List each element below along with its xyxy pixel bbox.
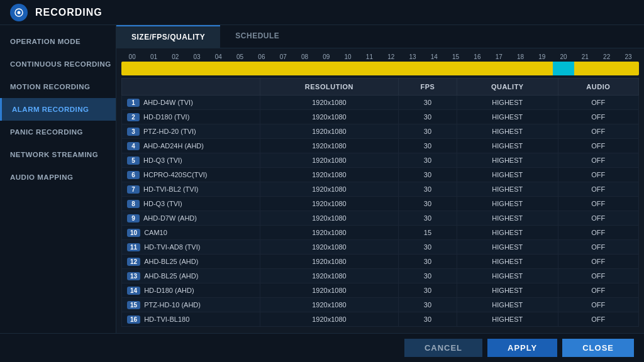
fps-cell[interactable]: 30 xyxy=(398,124,457,139)
quality-cell[interactable]: HIGHEST xyxy=(457,182,558,197)
audio-cell[interactable]: OFF xyxy=(558,255,638,269)
quality-cell[interactable]: HIGHEST xyxy=(457,312,558,327)
schedule-cell-20[interactable] xyxy=(553,62,574,75)
audio-cell[interactable]: OFF xyxy=(558,240,638,255)
table-row[interactable]: 16HD-TVI-BL1801920x108030HIGHESTOFF xyxy=(122,312,639,327)
quality-cell[interactable]: HIGHEST xyxy=(457,226,558,240)
audio-cell[interactable]: OFF xyxy=(558,197,638,211)
table-row[interactable]: 3PTZ-HD-20 (TVI)1920x108030HIGHESTOFF xyxy=(122,124,639,139)
resolution-cell[interactable]: 1920x1080 xyxy=(260,269,399,283)
fps-cell[interactable]: 30 xyxy=(398,298,457,312)
audio-cell[interactable]: OFF xyxy=(558,168,638,182)
fps-cell[interactable]: 30 xyxy=(398,139,457,153)
quality-cell[interactable]: HIGHEST xyxy=(457,298,558,312)
quality-cell[interactable]: HIGHEST xyxy=(457,168,558,182)
quality-cell[interactable]: HIGHEST xyxy=(457,110,558,124)
close-button[interactable]: CLOSE xyxy=(562,339,634,357)
audio-cell[interactable]: OFF xyxy=(558,110,638,124)
quality-cell[interactable]: HIGHEST xyxy=(457,240,558,255)
schedule-cell-23[interactable] xyxy=(618,62,639,75)
fps-cell[interactable]: 30 xyxy=(398,96,457,110)
sidebar-item-network-streaming[interactable]: NETWORK STREAMING xyxy=(0,143,116,166)
resolution-cell[interactable]: 1920x1080 xyxy=(260,197,399,211)
quality-cell[interactable]: HIGHEST xyxy=(457,211,558,226)
fps-cell[interactable]: 30 xyxy=(398,110,457,124)
sidebar-item-audio-mapping[interactable]: AUDIO MAPPING xyxy=(0,166,116,189)
schedule-bar[interactable] xyxy=(121,62,639,75)
schedule-cell-21[interactable] xyxy=(574,62,596,75)
schedule-cell-8[interactable] xyxy=(294,62,315,75)
resolution-cell[interactable]: 1920x1080 xyxy=(260,312,399,327)
sidebar-item-alarm-recording[interactable]: ALARM RECORDING xyxy=(0,98,116,121)
table-row[interactable]: 13AHD-BL25 (AHD)1920x108030HIGHESTOFF xyxy=(122,269,639,283)
resolution-cell[interactable]: 1920x1080 xyxy=(260,124,399,139)
schedule-cell-5[interactable] xyxy=(229,62,250,75)
audio-cell[interactable]: OFF xyxy=(558,211,638,226)
schedule-cell-18[interactable] xyxy=(509,62,531,75)
quality-cell[interactable]: HIGHEST xyxy=(457,124,558,139)
quality-cell[interactable]: HIGHEST xyxy=(457,269,558,283)
table-row[interactable]: 6HCPRO-420SC(TVI)1920x108030HIGHESTOFF xyxy=(122,168,639,182)
schedule-cell-9[interactable] xyxy=(316,62,337,75)
audio-cell[interactable]: OFF xyxy=(558,226,638,240)
schedule-cell-13[interactable] xyxy=(402,62,423,75)
schedule-cell-11[interactable] xyxy=(358,62,380,75)
audio-cell[interactable]: OFF xyxy=(558,153,638,168)
fps-cell[interactable]: 30 xyxy=(398,240,457,255)
audio-cell[interactable]: OFF xyxy=(558,139,638,153)
table-row[interactable]: 7HD-TVI-BL2 (TVI)1920x108030HIGHESTOFF xyxy=(122,182,639,197)
schedule-cell-7[interactable] xyxy=(272,62,294,75)
resolution-cell[interactable]: 1920x1080 xyxy=(260,211,399,226)
fps-cell[interactable]: 30 xyxy=(398,283,457,298)
resolution-cell[interactable]: 1920x1080 xyxy=(260,168,399,182)
quality-cell[interactable]: HIGHEST xyxy=(457,255,558,269)
schedule-cell-19[interactable] xyxy=(531,62,553,75)
schedule-cell-14[interactable] xyxy=(423,62,445,75)
quality-cell[interactable]: HIGHEST xyxy=(457,283,558,298)
fps-cell[interactable]: 30 xyxy=(398,153,457,168)
table-row[interactable]: 2HD-D180 (TVI)1920x108030HIGHESTOFF xyxy=(122,110,639,124)
fps-cell[interactable]: 30 xyxy=(398,312,457,327)
table-row[interactable]: 9AHD-D7W (AHD)1920x108030HIGHESTOFF xyxy=(122,211,639,226)
cancel-button[interactable]: CANCEL xyxy=(404,339,482,357)
schedule-cell-17[interactable] xyxy=(488,62,509,75)
table-row[interactable]: 4AHD-AD24H (AHD)1920x108030HIGHESTOFF xyxy=(122,139,639,153)
table-row[interactable]: 14HD-D180 (AHD)1920x108030HIGHESTOFF xyxy=(122,283,639,298)
sidebar-item-continuous-recording[interactable]: CONTINUOUS RECORDING xyxy=(0,53,116,75)
schedule-cell-12[interactable] xyxy=(380,62,402,75)
schedule-cell-3[interactable] xyxy=(186,62,208,75)
resolution-cell[interactable]: 1920x1080 xyxy=(260,298,399,312)
audio-cell[interactable]: OFF xyxy=(558,283,638,298)
audio-cell[interactable]: OFF xyxy=(558,182,638,197)
resolution-cell[interactable]: 1920x1080 xyxy=(260,283,399,298)
table-row[interactable]: 5HD-Q3 (TVI)1920x108030HIGHESTOFF xyxy=(122,153,639,168)
fps-cell[interactable]: 30 xyxy=(398,197,457,211)
fps-cell[interactable]: 15 xyxy=(398,226,457,240)
sidebar-item-panic-recording[interactable]: PANIC RECORDING xyxy=(0,121,116,143)
fps-cell[interactable]: 30 xyxy=(398,211,457,226)
fps-cell[interactable]: 30 xyxy=(398,168,457,182)
schedule-cell-6[interactable] xyxy=(251,62,272,75)
resolution-cell[interactable]: 1920x1080 xyxy=(260,226,399,240)
schedule-cell-16[interactable] xyxy=(467,62,488,75)
fps-cell[interactable]: 30 xyxy=(398,182,457,197)
table-row[interactable]: 8HD-Q3 (TVI)1920x108030HIGHESTOFF xyxy=(122,197,639,211)
quality-cell[interactable]: HIGHEST xyxy=(457,197,558,211)
schedule-cell-2[interactable] xyxy=(165,62,186,75)
audio-cell[interactable]: OFF xyxy=(558,269,638,283)
table-row[interactable]: 11HD-TVI-AD8 (TVI)1920x108030HIGHESTOFF xyxy=(122,240,639,255)
resolution-cell[interactable]: 1920x1080 xyxy=(260,255,399,269)
camera-table-container[interactable]: RESOLUTION FPS QUALITY AUDIO 1AHD-D4W (T… xyxy=(121,78,639,328)
quality-cell[interactable]: HIGHEST xyxy=(457,139,558,153)
table-row[interactable]: 1AHD-D4W (TVI)1920x108030HIGHESTOFF xyxy=(122,96,639,110)
sidebar-item-operation-mode[interactable]: OPERATION MODE xyxy=(0,30,116,53)
schedule-cell-0[interactable] xyxy=(121,62,143,75)
audio-cell[interactable]: OFF xyxy=(558,312,638,327)
fps-cell[interactable]: 30 xyxy=(398,255,457,269)
schedule-cell-15[interactable] xyxy=(445,62,466,75)
table-row[interactable]: 10CAM101920x108015HIGHESTOFF xyxy=(122,226,639,240)
resolution-cell[interactable]: 1920x1080 xyxy=(260,240,399,255)
tab-size-fps-quality[interactable]: SIZE/FPS/QUALITY xyxy=(116,25,220,48)
tab-schedule[interactable]: SCHEDULE xyxy=(220,25,294,48)
resolution-cell[interactable]: 1920x1080 xyxy=(260,139,399,153)
